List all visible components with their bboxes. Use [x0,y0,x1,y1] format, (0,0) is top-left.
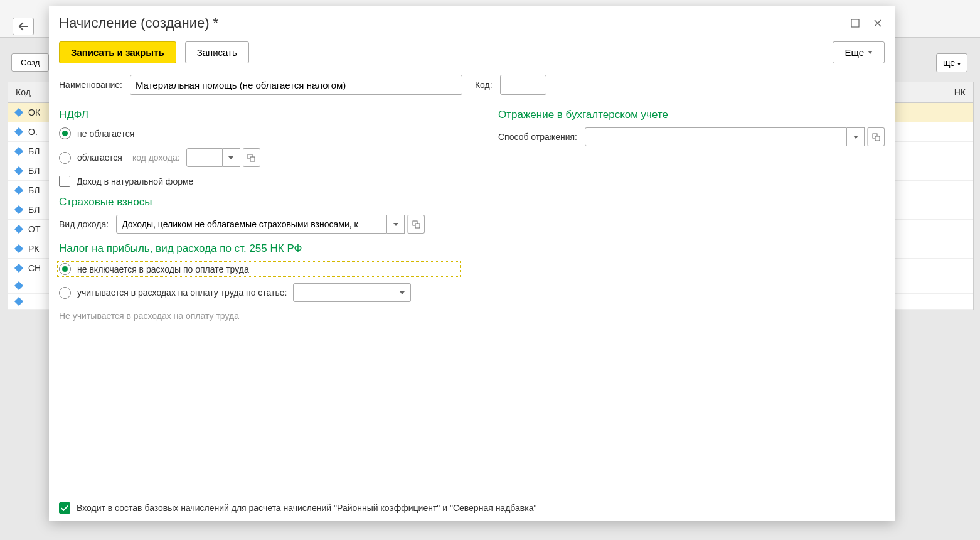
svg-rect-2 [250,157,255,161]
income-code-dropdown[interactable] [223,148,240,167]
dialog-footer: Входит в состав базовых начислений для р… [49,495,895,521]
name-label: Наименование: [59,80,122,90]
radio-ndfl-taxed[interactable] [59,152,71,164]
diamond-icon [14,147,23,156]
accounting-method-open[interactable] [867,127,885,146]
dialog-titlebar: Начисление (создание) * [49,6,895,38]
income-type-open[interactable] [407,215,425,234]
diamond-icon [14,108,23,117]
income-type-dropdown[interactable] [387,215,405,234]
dialog-accrual: Начисление (создание) * Записать и закры… [49,6,895,521]
diamond-icon [14,205,23,214]
diamond-icon [14,297,23,306]
checkbox-base-accrual[interactable] [59,502,70,514]
income-type-label: Вид дохода: [59,219,109,229]
diamond-icon [14,225,23,234]
radio-not-included[interactable] [59,263,71,275]
radio-by-article[interactable] [59,287,71,299]
diamond-icon [14,281,23,290]
accounting-method-input[interactable] [585,127,847,146]
profit-tax-note: Не учитывается в расходах на оплату труд… [59,311,461,321]
income-code-label: код дохода: [132,153,180,163]
income-type-input[interactable] [116,215,387,234]
accounting-method-dropdown[interactable] [847,127,865,146]
checkbox-base-accrual-label: Входит в состав базовых начислений для р… [77,503,536,513]
diamond-icon [14,127,23,136]
accounting-method-label: Способ отражения: [498,132,577,142]
radio-not-included-label: не включается в расходы по оплате труда [77,264,249,274]
save-and-close-button[interactable]: Записать и закрыть [59,41,176,63]
radio-ndfl-taxed-label: облагается [77,153,122,163]
section-ndfl: НДФЛ [59,109,461,121]
code-label: Код: [475,80,493,90]
close-icon[interactable] [871,16,885,30]
more-label-bg: ще [943,58,955,68]
radio-ndfl-not-taxed[interactable] [59,127,71,139]
dialog-body: Наименование: Код: НДФЛ не облагается об… [49,75,895,495]
article-dropdown[interactable] [393,283,411,302]
code-input[interactable] [500,75,546,95]
income-code-open[interactable] [243,148,260,167]
name-input[interactable] [130,75,462,95]
svg-rect-4 [415,224,420,228]
checkbox-natural-income[interactable] [59,176,70,187]
create-button-bg[interactable]: Созд [11,53,49,72]
radio-by-article-label: учитывается в расходах на оплату труда п… [77,288,287,298]
dialog-title: Начисление (создание) * [59,15,839,31]
svg-rect-0 [851,19,859,27]
diamond-icon [14,186,23,195]
section-insurance: Страховые взносы [59,196,461,208]
section-accounting: Отражение в бухгалтерском учете [498,109,885,121]
maximize-icon[interactable] [848,16,862,30]
checkbox-natural-income-label: Доход в натуральной форме [77,176,193,186]
section-profit-tax: Налог на прибыль, вид расхода по ст. 255… [59,242,461,255]
diamond-icon [14,244,23,253]
arrow-left-icon [18,22,28,31]
income-code-input[interactable] [186,148,223,167]
radio-ndfl-not-taxed-label: не облагается [77,129,134,139]
diamond-icon [14,166,23,175]
svg-rect-6 [875,136,880,141]
diamond-icon [14,264,23,273]
more-button[interactable]: Еще [833,41,885,63]
article-input[interactable] [293,283,393,302]
back-button[interactable] [13,18,34,35]
save-button[interactable]: Записать [185,41,249,63]
more-button-bg[interactable]: ще ▾ [936,53,967,72]
dialog-toolbar: Записать и закрыть Записать Еще [49,38,895,75]
